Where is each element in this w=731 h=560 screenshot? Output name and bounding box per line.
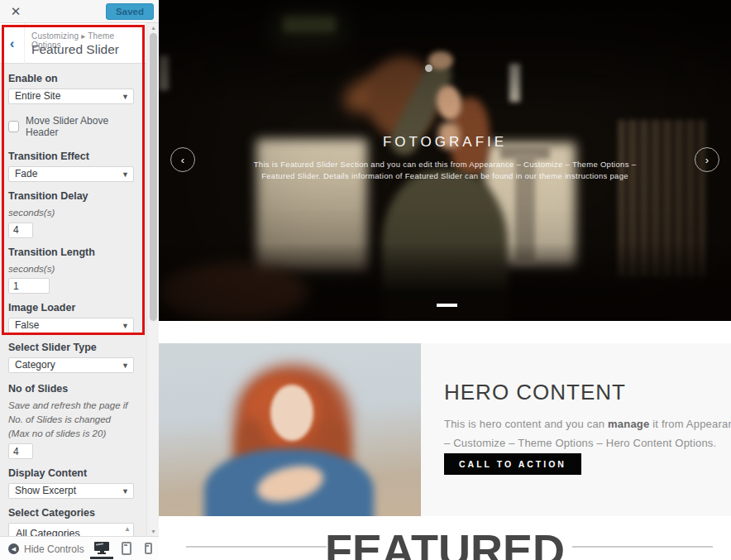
- hero-heading: HERO CONTENT: [444, 380, 626, 405]
- slider-prev-button[interactable]: ‹: [170, 147, 195, 172]
- close-icon[interactable]: ✕: [5, 0, 26, 23]
- back-button[interactable]: ‹: [0, 23, 25, 64]
- customizer-window: ✕ Saved ‹ Customizing ▸ Theme Options Fe…: [0, 0, 731, 560]
- slider-type-select[interactable]: Category ▼: [8, 357, 134, 373]
- mobile-preview-icon[interactable]: [145, 543, 152, 554]
- customizer-footer: ◀ Hide Controls: [0, 536, 159, 560]
- chevron-down-icon: ▼: [122, 90, 129, 104]
- display-content-value: Show Excerpt: [15, 485, 76, 496]
- enable-on-label: Enable on: [8, 73, 134, 84]
- enable-on-value: Entire Site: [15, 90, 60, 102]
- hero-content-section: HERO CONTENT This is hero content and yo…: [159, 343, 731, 516]
- no-of-slides-input[interactable]: [8, 443, 33, 459]
- hero-text: This is hero content and you can manage …: [444, 415, 731, 453]
- select-categories-label: Select Categories: [8, 507, 134, 519]
- featured-heading: FEATURED: [159, 528, 731, 560]
- move-slider-checkbox[interactable]: [8, 121, 19, 132]
- call-to-action-button[interactable]: CALL TO ACTION: [444, 453, 581, 475]
- enable-on-select[interactable]: Entire Site ▼: [8, 89, 134, 104]
- transition-length-label: Transition Length: [8, 246, 134, 258]
- chevron-down-icon: ▼: [122, 359, 129, 373]
- slider-pagination-dash[interactable]: [437, 304, 457, 307]
- display-content-label: Display Content: [8, 467, 134, 479]
- sidebar-scrollbar[interactable]: ▲ ▼: [146, 23, 159, 536]
- panel-title: Featured Slider: [31, 42, 119, 57]
- transition-length-helper: seconds(s): [8, 262, 134, 276]
- collapse-sidebar-icon[interactable]: ◀: [8, 543, 19, 554]
- transition-effect-label: Transition Effect: [8, 151, 134, 162]
- display-content-select[interactable]: Show Excerpt ▼: [8, 483, 134, 499]
- hero-text-part: This is hero content and you can: [444, 418, 608, 430]
- chevron-down-icon: ▼: [122, 319, 129, 333]
- image-loader-label: Image Loader: [8, 302, 134, 314]
- panel-body: Enable on Entire Site ▼ Move Slider Abov…: [0, 64, 146, 536]
- transition-delay-label: Transition Delay: [8, 190, 134, 202]
- chevron-left-icon: ‹: [10, 36, 15, 52]
- chevron-down-icon: ▼: [122, 168, 129, 182]
- slide-caption: This is Featured Slider Section and you …: [238, 159, 652, 183]
- image-loader-select[interactable]: False ▼: [8, 318, 134, 333]
- panel-header: ‹ Customizing ▸ Theme Options Featured S…: [0, 23, 146, 64]
- slider-type-value: Category: [15, 359, 55, 371]
- transition-length-input[interactable]: [8, 278, 50, 294]
- hero-text-bold: manage: [608, 418, 649, 430]
- move-slider-row: Move Slider Above Header: [8, 115, 134, 138]
- active-device-underline: [90, 557, 113, 559]
- chevron-down-icon: ▼: [122, 485, 129, 499]
- hero-photo: [270, 385, 313, 441]
- site-preview: FOTOGRAFIE This is Featured Slider Secti…: [159, 0, 731, 560]
- transition-effect-value: Fade: [15, 168, 37, 179]
- scroll-up-icon[interactable]: ▲: [147, 25, 160, 31]
- image-loader-value: False: [15, 319, 39, 331]
- scroll-up-icon[interactable]: ▲: [124, 525, 131, 533]
- customizer-topbar: ✕ Saved: [0, 0, 159, 23]
- hero-photo: [159, 343, 421, 516]
- scroll-down-icon[interactable]: ▼: [147, 529, 160, 534]
- featured-posts-section: FEATURED: [159, 516, 731, 560]
- hide-controls-button[interactable]: Hide Controls: [24, 543, 84, 555]
- slide-title: FOTOGRAFIE: [159, 134, 731, 151]
- customizer-sidebar: ✕ Saved ‹ Customizing ▸ Theme Options Fe…: [0, 0, 159, 560]
- saved-button[interactable]: Saved: [106, 3, 154, 20]
- transition-delay-helper: seconds(s): [8, 206, 134, 220]
- slider-next-button[interactable]: ›: [695, 147, 719, 172]
- no-of-slides-label: No of Slides: [8, 383, 134, 395]
- desktop-preview-icon[interactable]: [94, 542, 109, 555]
- slider-type-label: Select Slider Type: [8, 342, 134, 353]
- move-slider-label: Move Slider Above Header: [26, 115, 134, 138]
- tablet-preview-icon[interactable]: [122, 542, 131, 555]
- no-of-slides-helper: Save and refresh the page if No. of Slid…: [8, 399, 134, 440]
- featured-slider-section: FOTOGRAFIE This is Featured Slider Secti…: [159, 0, 731, 321]
- transition-delay-input[interactable]: [8, 223, 33, 238]
- scrollbar-thumb[interactable]: [150, 33, 157, 321]
- transition-effect-select[interactable]: Fade ▼: [8, 166, 134, 182]
